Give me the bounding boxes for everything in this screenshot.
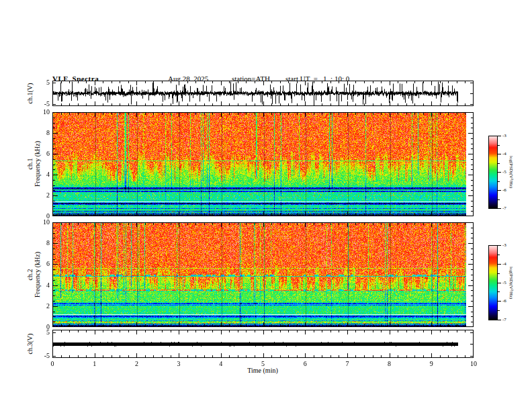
tick-mark [212, 330, 213, 332]
tick-mark [246, 81, 247, 83]
tick-mark [414, 214, 415, 216]
tick-mark [204, 103, 205, 105]
tick-mark [229, 214, 230, 216]
tick-mark [471, 165, 473, 165]
tick-mark [347, 223, 348, 227]
tick-mark [136, 113, 137, 117]
tick-mark [364, 113, 365, 115]
tick-mark [423, 81, 424, 83]
tick-mark [95, 101, 95, 105]
tick-mark [390, 101, 390, 105]
frequency-label-line: Frequency (kHz) [34, 141, 41, 187]
tick-mark [53, 118, 55, 118]
tick-mark [187, 324, 188, 326]
tick-mark [103, 103, 103, 105]
tick-mark [95, 223, 95, 227]
tick-mark [212, 324, 213, 326]
tick-mark [406, 355, 407, 357]
time-tick-label: 5 [257, 361, 270, 367]
tick-mark [470, 93, 473, 94]
tick-mark [221, 212, 222, 216]
tick-mark [179, 353, 179, 357]
tick-mark [322, 214, 322, 216]
tick-mark [423, 355, 424, 357]
tick-mark [465, 355, 466, 357]
tick-mark [53, 269, 55, 270]
tick-mark [53, 285, 58, 286]
tick-mark [498, 273, 500, 274]
tick-mark [280, 223, 281, 225]
psd-colorbar-1 [488, 136, 498, 209]
tick-mark [255, 103, 255, 105]
tick-mark [238, 324, 238, 326]
tick-mark [136, 101, 137, 105]
tick-mark [448, 103, 449, 105]
tick-mark [498, 310, 500, 311]
tick-mark [53, 144, 55, 144]
colorbar-tick-label: -4 [502, 262, 506, 267]
tick-mark [255, 214, 255, 216]
tick-mark [136, 212, 137, 216]
tick-mark [498, 154, 501, 154]
tick-mark [69, 355, 70, 357]
tick-mark [280, 330, 281, 332]
tick-mark [204, 113, 205, 115]
tick-mark [145, 324, 146, 326]
tick-mark [414, 113, 415, 115]
tick-mark [238, 214, 238, 216]
tick-mark [271, 223, 272, 225]
tick-mark [179, 81, 179, 85]
ch1-frequency-axis-label: ch.1 Frequency (kHz) [26, 141, 41, 187]
tick-mark [457, 81, 457, 83]
tick-mark [229, 103, 230, 105]
tick-mark [457, 324, 457, 326]
tick-mark [128, 223, 129, 225]
tick-mark [448, 330, 449, 332]
tick-mark [322, 355, 322, 357]
tick-mark [171, 324, 171, 326]
tick-mark [128, 113, 129, 115]
tick-mark [498, 301, 501, 302]
tick-mark [162, 355, 163, 357]
tick-mark [398, 113, 398, 115]
tick-mark [86, 223, 87, 225]
tick-mark [471, 169, 473, 170]
tick-mark [448, 324, 449, 326]
psd-colorbar-2 [488, 245, 498, 320]
tick-mark [153, 223, 154, 225]
tick-mark [471, 238, 473, 238]
tick-mark [471, 301, 473, 302]
colorbar-tick-label: -4 [502, 152, 506, 156]
tick-mark [471, 228, 473, 228]
tick-mark [171, 330, 171, 332]
tick-mark [145, 214, 146, 216]
tick-mark [468, 285, 473, 286]
tick-mark [171, 81, 171, 83]
tick-mark [187, 330, 188, 332]
tick-mark [128, 81, 129, 83]
tick-mark [364, 81, 365, 83]
tick-mark [112, 113, 112, 115]
colorbar-tick-label: -7 [502, 206, 506, 211]
tick-mark [162, 214, 163, 216]
tick-mark [440, 330, 441, 332]
tick-mark [471, 280, 473, 281]
colorbar-tick-label: -3 [502, 134, 506, 138]
tick-mark [406, 330, 407, 332]
tick-mark [162, 103, 163, 105]
tick-mark [280, 81, 281, 83]
tick-mark [398, 103, 398, 105]
tick-mark [179, 330, 179, 334]
tick-mark [498, 190, 501, 191]
tick-mark [145, 103, 146, 105]
tick-mark [229, 324, 230, 326]
tick-mark [255, 355, 255, 357]
tick-mark [457, 214, 457, 216]
tick-mark [229, 223, 230, 225]
tick-mark [381, 330, 382, 332]
freq-tick-label: 2 [38, 192, 50, 199]
tick-mark [471, 118, 473, 118]
tick-mark [498, 136, 501, 136]
tick-mark [153, 81, 154, 83]
colorbar-2-axis-label: log(PSD)(V²/Hz) [508, 245, 514, 320]
